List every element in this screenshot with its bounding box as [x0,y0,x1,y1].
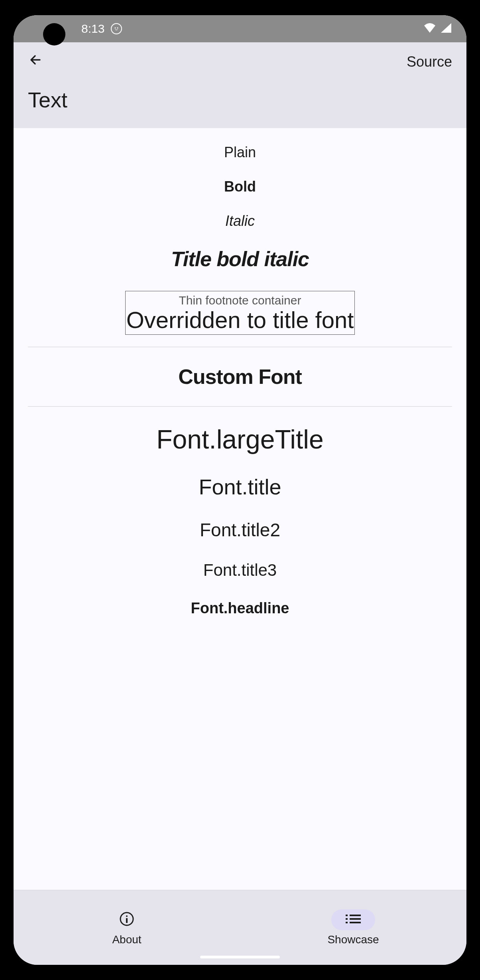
divider [28,347,452,347]
font-title3: Font.title3 [28,561,452,580]
camera-hole [43,23,65,45]
svg-rect-8 [350,918,361,920]
device-screen: 8:13 Source Text [14,15,466,965]
svg-point-0 [115,28,116,29]
nav-showcase-icon-wrapper [331,909,375,930]
info-icon [119,911,135,929]
page-title: Text [28,87,452,112]
signal-icon [440,22,452,35]
list-icon [345,913,362,927]
svg-rect-10 [350,922,361,923]
source-button[interactable]: Source [407,53,452,70]
font-large-title: Font.largeTitle [28,424,452,454]
text-plain: Plain [28,144,452,161]
svg-point-1 [117,28,118,29]
divider [28,406,452,407]
footnote-thin: Thin footnote container [126,291,355,307]
device-frame: 8:13 Source Text [0,0,480,980]
overridden-title: Overridden to title font [126,307,355,334]
status-right [423,22,452,35]
nav-showcase-label: Showcase [327,933,379,946]
nav-about[interactable]: About [14,890,240,965]
status-time: 8:13 [81,22,104,36]
app-header: Source Text [14,42,466,128]
font-title2: Font.title2 [28,519,452,541]
content: Plain Bold Italic Title bold italic Thin… [14,128,466,617]
text-italic: Italic [28,213,452,229]
svg-rect-5 [346,915,348,916]
status-bar: 8:13 [14,15,466,42]
nav-about-label: About [112,933,141,946]
container-box: Thin footnote container Overridden to ti… [125,291,355,335]
font-headline: Font.headline [28,600,452,617]
status-app-icon [111,23,122,34]
nav-showcase[interactable]: Showcase [240,890,466,965]
svg-rect-6 [350,915,361,916]
header-top: Source [28,52,452,71]
svg-rect-9 [346,922,348,923]
bottom-nav: About Showcase [14,890,466,965]
svg-point-3 [126,915,128,917]
font-title: Font.title [28,474,452,499]
wifi-icon [423,22,437,35]
home-indicator[interactable] [200,956,280,958]
svg-rect-4 [126,918,128,923]
status-left: 8:13 [81,22,122,36]
text-title-bold-italic: Title bold italic [28,247,452,271]
nav-about-icon-wrapper [105,909,149,930]
text-bold: Bold [28,178,452,195]
svg-rect-7 [346,918,348,920]
back-button[interactable] [28,52,44,71]
custom-font: Custom Font [28,365,452,389]
